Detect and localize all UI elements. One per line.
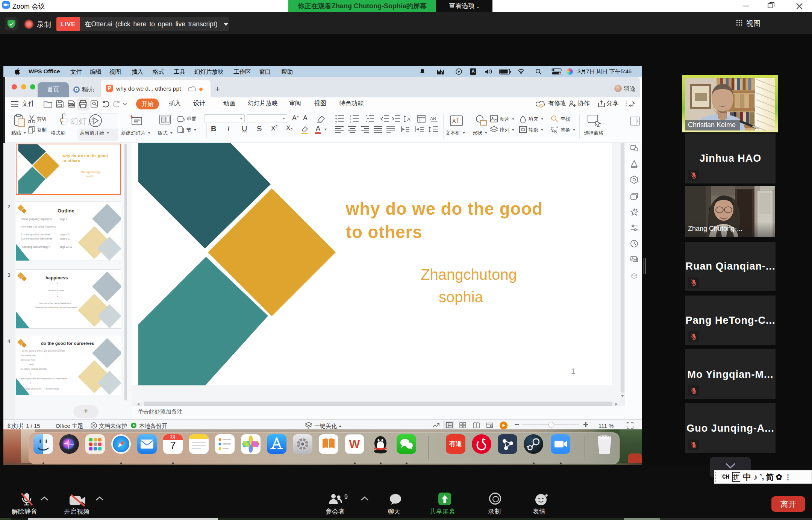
svg-text:1: 1 [350,115,351,117]
svg-text:A: A [407,117,411,122]
svg-text:2: 2 [350,118,351,120]
svg-text:C: C [551,126,554,131]
svg-text:3: 3 [350,121,351,123]
svg-text:A: A [452,118,456,124]
svg-text:AB: AB [430,116,436,121]
svg-text:B: B [554,129,557,133]
svg-text:PDF: PDF [68,104,73,106]
